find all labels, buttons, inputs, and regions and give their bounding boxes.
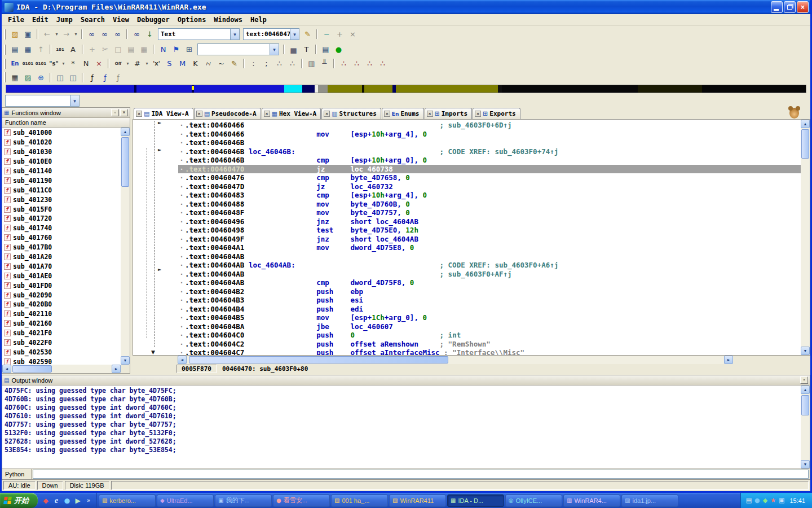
flag-icon[interactable]: ⚑ (170, 44, 182, 55)
function-item[interactable]: fsub_4015F0 (4, 204, 120, 214)
table-icon[interactable]: ◫ (54, 72, 66, 83)
asm-line[interactable]: ·.text:00460483 cmp [esp+10h+arg_4], 0 (178, 191, 801, 200)
tray-shield-icon[interactable]: ◆ (763, 497, 767, 504)
string-dropdown-icon[interactable]: ▾ (61, 58, 66, 69)
task-my-downloads[interactable]: ▣ 我的下... (215, 494, 272, 507)
tab-close-icon[interactable]: × (384, 111, 390, 117)
asm-line[interactable]: ·.text:004604B5 mov [esp+1Ch+arg_0], 0 (178, 313, 801, 322)
function-blue-icon[interactable]: ƒ (99, 72, 111, 83)
function-item[interactable]: fsub_4020B0 (4, 300, 120, 309)
asm-line[interactable]: ·.text:0046046B (178, 138, 801, 147)
menu-item[interactable]: Help (246, 15, 271, 24)
align-icon[interactable]: ∴ (286, 58, 298, 69)
dropdown-arrow-icon[interactable]: ▾ (270, 44, 279, 55)
scroll-down-icon[interactable]: ▼ (801, 460, 810, 468)
tab-imports[interactable]: × ⊞ Imports (425, 108, 473, 119)
toolbar-separator[interactable] (108, 59, 109, 68)
asm-line[interactable]: ·.text:00460476 cmp byte_4D7658, 0 (178, 173, 801, 182)
toolbar-grip[interactable] (4, 29, 6, 40)
function-item[interactable]: fsub_401720 (4, 214, 120, 224)
function-item[interactable]: fsub_401FD0 (4, 281, 120, 290)
dropdown-arrow-icon[interactable]: ▾ (230, 29, 239, 40)
function-item[interactable]: fsub_401230 (4, 195, 120, 204)
scroll-down-icon[interactable]: ▼ (801, 347, 810, 355)
forward-dropdown-icon[interactable]: ▾ (73, 29, 78, 40)
dropdown-arrow-icon[interactable]: ▾ (70, 95, 79, 106)
toolbar-separator[interactable] (301, 59, 303, 68)
function-item[interactable]: fsub_4021F0 (4, 329, 120, 338)
minimize-button[interactable] (771, 1, 783, 13)
menu-item[interactable]: Search (77, 15, 109, 24)
name-icon[interactable]: N (157, 44, 169, 55)
scroll-up-icon[interactable]: ▲ (801, 120, 810, 128)
functions-window-titlebar[interactable]: ▦ Functions window ▫ × (2, 108, 130, 118)
segments-icon[interactable]: 101 (54, 44, 66, 55)
text-icon[interactable]: T (301, 44, 312, 55)
tab-close-icon[interactable]: × (264, 111, 270, 117)
disasm-horizontal-scrollbar[interactable]: ◄ ► (178, 356, 733, 364)
waterfall-icon[interactable]: ╨ (319, 58, 330, 69)
dock-button[interactable]: ▫ (111, 109, 119, 116)
dock-button[interactable]: ▫ (800, 376, 808, 384)
asm-line[interactable]: ·.text:004604C0 push 0 ; int (178, 331, 801, 340)
asm-line[interactable]: ·.text:00460470 jz loc_460738 (178, 165, 801, 174)
task-kanxue[interactable]: ● 看雪安... (273, 494, 330, 507)
asm-line[interactable]: ·.text:004604BA jbe loc_460607 (178, 322, 801, 331)
tab-hex-view-a[interactable]: × ▦ Hex View-A (262, 108, 321, 119)
filter-combo[interactable]: ▾ (197, 43, 279, 55)
asm-line[interactable]: ·.text:004604AB cmp dword_4D75F8, 0 (178, 278, 801, 287)
tab-close-icon[interactable]: × (196, 111, 202, 117)
asm-line[interactable]: ·.text:0046048F mov byte_4D7757, 0 (178, 208, 801, 217)
scroll-thumb[interactable] (189, 356, 448, 364)
function-item[interactable]: fsub_401190 (4, 176, 120, 185)
function-item[interactable]: fsub_4022F0 (4, 338, 120, 348)
function-item[interactable]: fsub_401020 (4, 138, 120, 147)
menu-item[interactable]: Jump (52, 15, 77, 24)
asm-line[interactable]: ·.text:00460488 mov byte_4D760B, 0 (178, 200, 801, 209)
task-001-ha[interactable]: ▨ 001 ha_... (331, 494, 388, 507)
run-icon[interactable]: ● (333, 44, 345, 55)
list-icon[interactable]: ▤ (125, 44, 137, 55)
task-winrar4[interactable]: ▥ WinRAR4... (563, 494, 620, 507)
jump-icon[interactable]: ↓ (144, 29, 156, 40)
toolbar-separator[interactable] (333, 59, 335, 68)
toolbar-separator[interactable] (126, 29, 128, 39)
function-item[interactable]: fsub_401740 (4, 224, 120, 233)
function-item[interactable]: fsub_402530 (4, 347, 120, 357)
function-item[interactable]: fsub_402110 (4, 309, 120, 319)
flowchart-icon[interactable]: ∴ (377, 58, 389, 69)
asm-line[interactable]: ·.text:0046046B loc_46046B: ; CODE XREF:… (178, 147, 801, 156)
hex-view-icon[interactable]: ▦ (22, 44, 34, 55)
scroll-track[interactable] (11, 365, 112, 373)
edit-icon[interactable]: ✎ (228, 58, 240, 69)
asm-line[interactable]: ·.text:004604C2 push offset aRemshown ; … (178, 340, 801, 349)
rename-icon[interactable]: N (80, 58, 92, 69)
search-type-combo[interactable]: Text▾ (158, 28, 240, 40)
scroll-thumb[interactable] (12, 365, 52, 373)
ql-more-chevron[interactable]: » (84, 497, 93, 504)
function-item[interactable]: fsub_402160 (4, 319, 120, 329)
asm-line[interactable]: ·.text:00460498 test byte_4D75E0, 12h (178, 226, 801, 235)
number-dropdown-icon[interactable]: ▾ (144, 58, 149, 69)
toolbar-grip[interactable] (4, 45, 6, 55)
asm-line[interactable]: ·.text:004604C7 push offset aInterfaceMi… (178, 348, 801, 356)
asm-line[interactable]: ·.text:004604B2 push ebp (178, 287, 801, 296)
dropdown-arrow-icon[interactable]: ▾ (290, 29, 299, 40)
asm-line[interactable]: ·.text:004604AB ; sub_4603F0+AF↑j (178, 270, 801, 279)
toolbar-separator[interactable] (243, 59, 245, 68)
segment-icon[interactable]: S (164, 58, 175, 69)
scroll-right-icon[interactable]: ► (724, 356, 733, 364)
tab-close-icon[interactable]: × (475, 111, 481, 117)
function-item[interactable]: fsub_401760 (4, 233, 120, 243)
output-window-titlebar[interactable]: ▤ Output window ▫ (2, 375, 810, 386)
function-black-icon[interactable]: ƒ (86, 72, 98, 83)
tray-antivirus-icon[interactable]: ★ (770, 497, 776, 504)
function-item[interactable]: fsub_401A70 (4, 261, 120, 271)
function-gray-icon[interactable]: ƒ (112, 72, 124, 83)
function-item[interactable]: fsub_401000 (4, 128, 120, 138)
struct-add-icon[interactable]: ⊞ (183, 44, 195, 55)
string-icon[interactable]: "s" (48, 58, 60, 69)
tab-close-icon[interactable]: × (136, 111, 142, 117)
manual-icon[interactable]: M (176, 58, 188, 69)
disasm-vertical-scrollbar[interactable]: ▲ ▼ (801, 120, 810, 355)
